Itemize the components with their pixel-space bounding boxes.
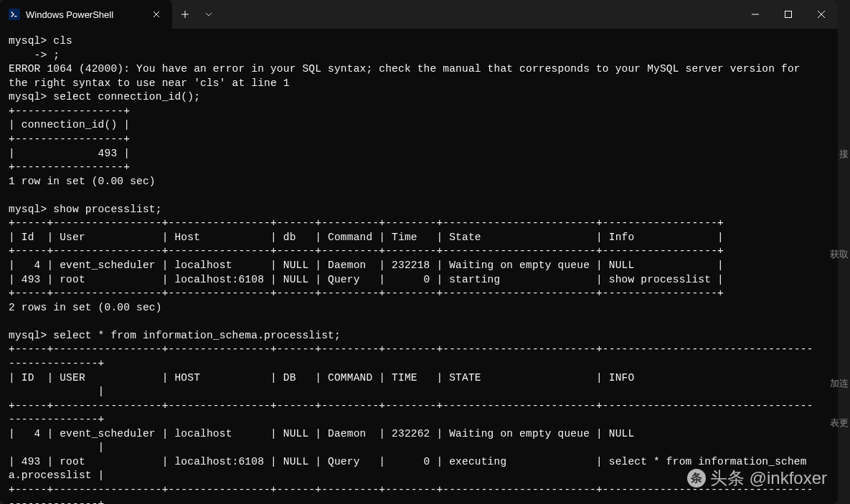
bg-fragment: 表更 [830, 417, 849, 429]
terminal-window: Windows PowerShell mysql> cls -> ; ERROR… [0, 0, 838, 504]
new-tab-button[interactable] [172, 0, 198, 29]
titlebar: Windows PowerShell [0, 0, 838, 29]
tab-title: Windows PowerShell [26, 9, 143, 20]
terminal-output[interactable]: mysql> cls -> ; ERROR 1064 (42000): You … [0, 29, 838, 504]
tab-close-button[interactable] [149, 7, 164, 22]
titlebar-drag-area[interactable] [219, 0, 739, 29]
tab-dropdown-button[interactable] [198, 0, 219, 29]
bg-fragment: 加连 [830, 377, 849, 390]
maximize-button[interactable] [772, 0, 805, 29]
close-button[interactable] [805, 0, 838, 29]
svg-rect-1 [785, 11, 792, 18]
minimize-button[interactable] [739, 0, 772, 29]
window-controls [739, 0, 838, 29]
powershell-icon [9, 9, 20, 20]
active-tab[interactable]: Windows PowerShell [0, 0, 172, 29]
bg-fragment: 获取 [830, 248, 849, 261]
bg-fragment: 接 [839, 148, 849, 161]
